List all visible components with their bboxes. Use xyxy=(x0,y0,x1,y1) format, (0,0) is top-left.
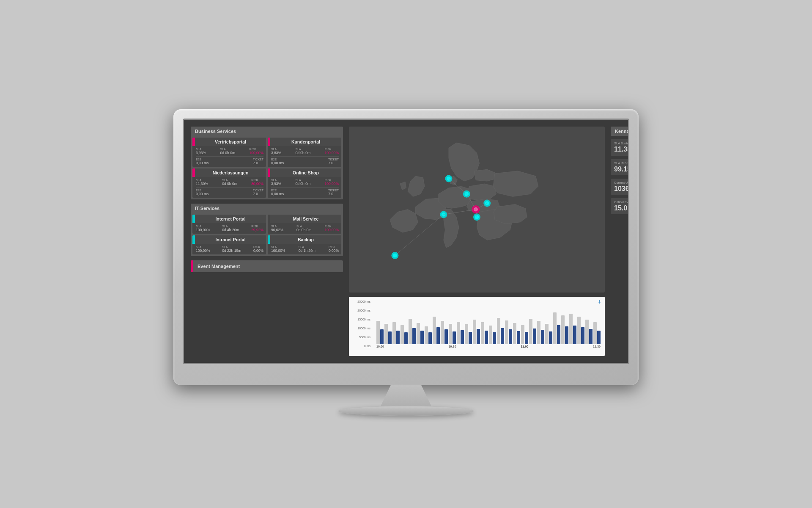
y-label-0: 0 ms xyxy=(349,345,372,348)
kpi-value-current-users: 1036.0 User xyxy=(614,185,629,193)
bar-blue-20 xyxy=(541,330,544,344)
bar-bg-19 xyxy=(529,319,532,344)
map-pin-2[interactable] xyxy=(445,175,452,182)
it-card-internet-portal[interactable]: Internet Portal SLA100,00% SLA0d 4h 20m … xyxy=(192,215,266,234)
bar-bg-5 xyxy=(417,323,420,344)
event-management-section: Event Management xyxy=(191,260,343,272)
bar-group-4 xyxy=(409,319,416,344)
event-management-title: Event Management xyxy=(193,260,244,272)
monitor-stand-base xyxy=(338,406,474,416)
it-card-backup[interactable]: Backup SLA100,00% SLA0d 1h 29m Risk0,00% xyxy=(268,235,341,254)
bar-bg-24 xyxy=(569,314,573,344)
bar-blue-27 xyxy=(597,331,601,344)
kpi-card-sla-it[interactable]: SLA IT-Services 99.154% xyxy=(611,159,629,175)
business-services-grid: Vertriebsportal SLA3,93% SLA0d 0h 0m Ris… xyxy=(191,136,343,199)
bar-blue-24 xyxy=(573,326,576,344)
it-services-section: IT-Services Internet Portal xyxy=(191,204,343,256)
service-card-kundenportal[interactable]: Kundenportal SLA3,83% SLA0d 0h 0m Risk10… xyxy=(268,138,341,167)
bar-blue-25 xyxy=(581,327,584,344)
bar-group-22 xyxy=(553,312,560,344)
bar-blue-3 xyxy=(404,332,408,344)
it-services-header: IT-Services xyxy=(191,204,343,213)
bar-blue-9 xyxy=(453,331,456,344)
kpi-value-sla-it: 99.154% xyxy=(614,165,629,173)
chart-x-labels: 10:00 10:30 11:00 11:30 xyxy=(376,345,601,348)
bar-bg-25 xyxy=(577,317,581,344)
x-label-1000: 10:00 xyxy=(376,345,384,348)
bar-group-26 xyxy=(585,320,593,344)
bar-bg-20 xyxy=(537,321,540,344)
kpi-value-sla-business: 11.382% xyxy=(614,145,629,153)
monitor-screen: Business Services Vertriebsportal xyxy=(183,119,629,364)
kpi-card-current-users[interactable]: Current Users 1036.0 User xyxy=(611,179,629,195)
kpi-label-sla-business: SLA Business Services xyxy=(614,141,629,145)
bar-group-8 xyxy=(441,321,448,344)
bar-group-6 xyxy=(425,326,432,344)
monitor-stand-neck xyxy=(381,385,431,406)
bar-bg-11 xyxy=(465,324,468,344)
bar-blue-11 xyxy=(469,332,472,344)
bar-group-19 xyxy=(529,319,536,344)
center-panel: ⬇ 25000 ms 20000 ms 15000 ms 10000 ms 50… xyxy=(349,127,605,356)
service-card-onlineshop[interactable]: Online Shop SLA3,93% SLA0d 0h 0m Risk100… xyxy=(268,168,341,198)
bar-group-25 xyxy=(577,317,584,344)
bar-bg-14 xyxy=(489,326,492,344)
bar-group-17 xyxy=(513,323,520,344)
kpi-card-sla-business[interactable]: SLA Business Services 11.382% xyxy=(611,139,629,155)
bar-group-3 xyxy=(401,325,408,344)
bar-group-27 xyxy=(593,322,601,344)
bar-group-18 xyxy=(521,325,528,344)
bar-group-23 xyxy=(561,315,568,344)
bar-blue-21 xyxy=(549,331,552,344)
bar-blue-7 xyxy=(436,327,440,344)
kpi-value-critical-events: 15.0 xyxy=(614,204,629,212)
bar-bg-17 xyxy=(513,323,516,344)
bar-group-20 xyxy=(537,321,544,344)
y-label-25000: 25000 ms xyxy=(349,300,372,303)
dashboard: Business Services Vertriebsportal xyxy=(191,127,621,356)
y-label-10000: 10000 ms xyxy=(349,327,372,330)
y-label-5000: 5000 ms xyxy=(349,336,372,339)
monitor-bezel: Business Services Vertriebsportal xyxy=(173,109,639,385)
bar-group-12 xyxy=(473,320,480,344)
left-panel: Business Services Vertriebsportal xyxy=(191,127,343,356)
bar-blue-15 xyxy=(501,328,504,344)
bar-bg-2 xyxy=(392,322,396,344)
it-title-mail: Mail Service xyxy=(270,215,341,223)
bar-bg-9 xyxy=(449,324,452,344)
it-title-intranet: Intranet Portal xyxy=(195,235,266,244)
bar-group-24 xyxy=(569,314,576,344)
bar-group-21 xyxy=(545,324,552,344)
kpi-card-critical-events[interactable]: Critical Events 15.0 xyxy=(611,198,629,214)
kpi-label-critical-events: Critical Events xyxy=(614,200,629,204)
bar-bg-1 xyxy=(384,324,388,344)
bar-bg-23 xyxy=(561,315,565,344)
service-card-niederlassungen[interactable]: Niederlassungen SLA11,30% SLA0d 0h 0m Ri… xyxy=(192,168,266,198)
bar-blue-26 xyxy=(589,329,593,344)
business-services-header: Business Services xyxy=(191,127,343,136)
bar-bg-26 xyxy=(585,320,589,344)
download-icon[interactable]: ⬇ xyxy=(598,299,601,305)
service-title-niederlassungen: Niederlassungen xyxy=(195,168,266,177)
it-card-mail-service[interactable]: Mail Service SLA96,62% SLA0d 0h 0m Risk1… xyxy=(268,215,341,234)
kennzahlen-header: Kennzahlen xyxy=(611,127,629,136)
bar-bg-7 xyxy=(433,317,436,344)
it-card-intranet-portal[interactable]: Intranet Portal SLA100,00% SLA0d 22h 19m… xyxy=(192,235,266,254)
bar-bg-8 xyxy=(441,321,444,344)
bar-blue-16 xyxy=(509,329,512,344)
europe-map-container xyxy=(349,127,605,292)
it-title-backup: Backup xyxy=(270,235,341,244)
service-title-onlineshop: Online Shop xyxy=(270,168,341,177)
service-card-vertriebsportal[interactable]: Vertriebsportal SLA3,93% SLA0d 0h 0m Ris… xyxy=(192,138,266,167)
bar-blue-14 xyxy=(493,332,496,344)
kpi-label-current-users: Current Users xyxy=(614,181,629,185)
europe-map-svg xyxy=(349,127,605,292)
bar-group-15 xyxy=(497,318,504,344)
svg-point-6 xyxy=(475,215,479,219)
x-label-1100: 11:00 xyxy=(521,345,528,348)
chart-container: ⬇ 25000 ms 20000 ms 15000 ms 10000 ms 50… xyxy=(349,297,605,356)
map-pin-3[interactable] xyxy=(473,214,480,221)
bar-bg-0 xyxy=(376,321,380,344)
bar-bg-10 xyxy=(457,322,460,344)
bar-blue-5 xyxy=(420,331,424,344)
